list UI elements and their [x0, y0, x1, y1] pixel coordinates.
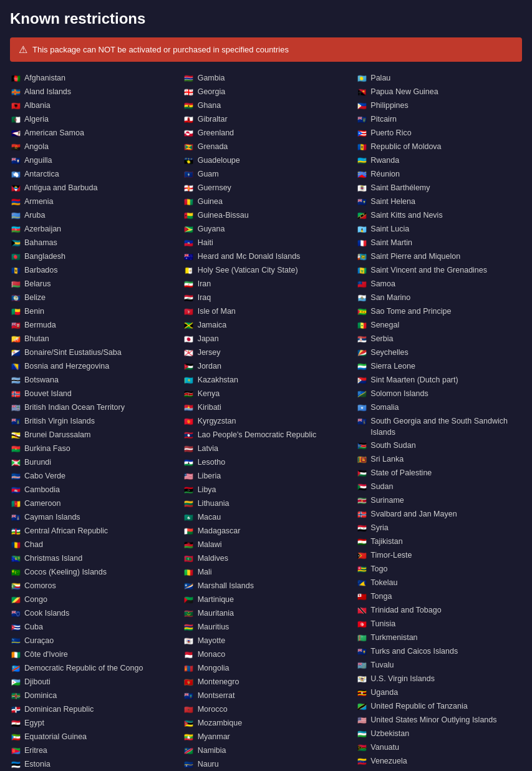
country-flag: 🇬🇸 [356, 416, 367, 427]
list-item: 🇱🇨Saint Lucia [356, 223, 522, 236]
list-item: 🇱🇹Lithuania [183, 497, 349, 511]
country-flag: 🇧🇱 [356, 183, 367, 194]
country-name: Montserrat [198, 691, 235, 702]
country-name: Curaçao [24, 636, 54, 647]
list-item: 🇨🇬Congo [10, 593, 176, 607]
country-name: Kiribati [198, 402, 221, 414]
country-flag: 🇻🇺 [356, 742, 367, 754]
country-flag: 🇨🇬 [10, 594, 21, 606]
country-name: Bangladesh [24, 251, 65, 263]
country-name: Cayman Islands [24, 512, 80, 523]
country-name: Cuba [24, 622, 43, 633]
list-item: 🇲🇱Mali [183, 566, 349, 579]
country-name: Bermuda [24, 320, 56, 331]
list-item: 🇲🇼Malawi [183, 538, 349, 552]
country-flag: 🇦🇶 [10, 169, 21, 180]
country-name: Tajikistan [370, 536, 402, 548]
list-item: 🇸🇩Sudan [356, 480, 522, 494]
list-item: 🇨🇰Cook Islands [10, 607, 176, 621]
country-flag: 🇯🇵 [183, 334, 195, 345]
country-name: Gibraltar [198, 114, 228, 125]
country-name: Cameroon [24, 498, 60, 510]
list-item: 🇬🇲Gambia [183, 72, 349, 85]
country-name: Madagascar [198, 526, 241, 537]
warning-icon: ⚠ [19, 44, 27, 56]
country-flag: 🇲🇲 [183, 732, 195, 743]
country-flag: 🇲🇩 [356, 142, 367, 153]
country-name: Vanuatu [370, 742, 399, 754]
country-name: Belarus [24, 279, 51, 290]
list-item: 🇸🇲San Marino [356, 291, 522, 305]
list-item: 🇦🇿Azerbaijan [10, 223, 176, 236]
list-item: 🇷🇪Réunion [356, 168, 522, 182]
country-flag: 🇱🇦 [183, 430, 195, 441]
country-name: Mayotte [198, 636, 225, 647]
country-flag: 🇸🇧 [356, 389, 367, 400]
country-name: British Indian Ocean Territory [24, 402, 125, 414]
list-item: 🇧🇯Benin [10, 305, 176, 319]
country-name: Serbia [370, 334, 393, 345]
country-flag: 🇮🇴 [10, 402, 21, 414]
country-name: Haiti [198, 238, 213, 249]
country-name: Azerbaijan [24, 224, 61, 235]
country-flag: 🇷🇼 [356, 155, 367, 167]
country-flag: 🇨🇨 [10, 567, 21, 578]
country-flag: 🇩🇿 [10, 114, 21, 125]
list-item: 🇰🇳Saint Kitts and Nevis [356, 209, 522, 223]
list-item: 🇧🇩Bangladesh [10, 250, 176, 264]
country-flag: 🇦🇽 [10, 87, 21, 98]
country-name: Ghana [198, 100, 221, 112]
list-item: 🇰🇬Kyrgyzstan [183, 415, 349, 429]
list-item: 🇧🇮Burundi [10, 456, 176, 470]
list-item: 🇹🇱Timor-Leste [356, 549, 522, 563]
country-flag: 🇪🇬 [10, 718, 21, 729]
list-item: 🇵🇸State of Palestine [356, 467, 522, 480]
list-item: 🇪🇷Eritrea [10, 744, 176, 758]
country-name: Greenland [198, 128, 234, 139]
country-name: Togo [370, 564, 387, 575]
country-flag: 🇦🇫 [10, 73, 21, 84]
list-item: 🇻🇮U.S. Virgin Islands [356, 672, 522, 686]
country-flag: 🇻🇦 [183, 265, 195, 276]
list-item: 🇦🇴Angola [10, 140, 176, 154]
country-name: Libya [198, 485, 216, 496]
list-item: 🇧🇲Bermuda [10, 319, 176, 332]
country-flag: 🇲🇱 [183, 567, 195, 578]
country-flag: 🇭🇲 [183, 251, 195, 263]
list-item: 🇵🇭Philippines [356, 99, 522, 113]
country-name: Senegal [370, 320, 399, 331]
list-item: 🇻🇨Saint Vincent and the Grenadines [356, 264, 522, 278]
list-item: 🇹🇲Turkmenistan [356, 631, 522, 645]
country-name: Puerto Rico [370, 128, 411, 139]
list-item: 🇵🇷Puerto Rico [356, 127, 522, 140]
country-flag: 🇬🇮 [183, 114, 195, 125]
country-name: Estonia [24, 759, 51, 770]
country-name: Saint Kitts and Nevis [370, 210, 442, 221]
country-flag: 🇬🇵 [183, 155, 195, 167]
list-item: 🇩🇿Algeria [10, 113, 176, 127]
list-item: 🇧🇱Saint Barthélemy [356, 182, 522, 195]
country-name: Saint Lucia [370, 224, 409, 235]
country-name: Liberia [198, 471, 221, 482]
country-name: Iran [198, 279, 211, 290]
country-name: Turks and Caicos Islands [370, 646, 458, 657]
list-item: 🇺🇬Uganda [356, 686, 522, 700]
country-name: Rwanda [370, 155, 399, 167]
list-item: 🇯🇲Jamaica [183, 319, 349, 332]
country-flag: 🇻🇨 [356, 265, 367, 276]
country-flag: 🇵🇭 [356, 100, 367, 112]
country-name: Antarctica [24, 169, 59, 180]
list-item: 🇩🇴Dominican Republic [10, 703, 176, 717]
list-item: 🇨🇨Cocos (Keeling) Islands [10, 566, 176, 579]
list-item: 🇧🇹Bhutan [10, 332, 176, 346]
country-flag: 🇰🇪 [183, 389, 195, 400]
country-name: Côte d'Ivoire [24, 649, 68, 661]
country-name: Guinea-Bissau [198, 210, 249, 221]
country-name: Cambodia [24, 485, 60, 496]
list-item: 🇦🇸American Samoa [10, 127, 176, 140]
list-item: 🇸🇳Senegal [356, 319, 522, 332]
country-name: Morocco [198, 704, 228, 715]
country-name: Lesotho [198, 457, 225, 468]
country-name: Christmas Island [24, 553, 82, 565]
country-name: Réunion [370, 169, 400, 180]
